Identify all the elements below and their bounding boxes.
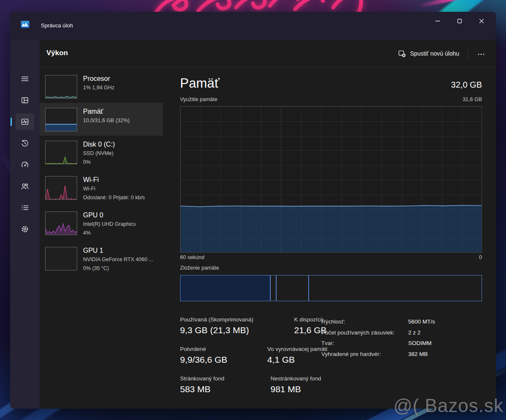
info-row: Rýchlosť: 5600 MT/s (321, 316, 482, 327)
perf-item-gpu0[interactable]: GPU 0 Intel(R) UHD Graphics 4% (40, 206, 163, 242)
info-label: Tvar: (321, 338, 408, 349)
perf-item-title: Disk 0 (C:) (83, 140, 115, 149)
info-label: Rýchlosť: (321, 316, 408, 327)
perf-item-title: Procesor (83, 74, 114, 83)
chart-label: Využitie pamäte (180, 96, 217, 102)
users-icon (21, 182, 29, 190)
content-panel: Výkon Spustiť novú úlohu (40, 40, 496, 409)
stat-value: 9,9/36,6 GB (180, 353, 257, 366)
nav-details[interactable] (16, 199, 34, 216)
info-value: 5600 MT/s (408, 316, 482, 327)
minimize-button[interactable] (427, 12, 449, 30)
menu-button[interactable] (16, 70, 34, 87)
info-value: 382 MB (408, 349, 482, 360)
memory-detail-pane: Pamäť 32,0 GB Využitie pamäte 31,6 GB 60… (180, 40, 482, 409)
wifi-mini-chart (45, 176, 77, 200)
perf-item-stat: 4% (83, 229, 136, 238)
stat-pair: Stránkovaný fond Nestránkovaný fond 583 … (180, 375, 357, 396)
nav-users[interactable] (16, 178, 34, 195)
stat-value: 981 MB (271, 383, 358, 396)
perf-item-title: Wi-Fi (83, 175, 145, 185)
close-icon (479, 19, 484, 24)
gpu1-mini-chart (45, 247, 77, 270)
info-value: SODIMM (408, 338, 482, 349)
perf-item-title: GPU 0 (83, 211, 136, 220)
perf-item-stat: Intel(R) UHD Graphics (83, 220, 136, 229)
perf-item-stat: 0% (35 °C) (83, 264, 153, 273)
chart-max-label: 31,6 GB (463, 96, 482, 102)
info-row: Vyhradené pre hardvér: 382 MB (321, 349, 482, 360)
stat-value: 9,3 GB (21,3 MB) (180, 324, 284, 337)
perf-item-stat: 0% (83, 158, 115, 167)
cpu-mini-chart (45, 75, 77, 99)
hamburger-menu-icon (21, 75, 29, 83)
detail-title: Pamäť (180, 76, 220, 91)
nav-startup-apps[interactable] (16, 156, 34, 173)
nav-performance[interactable] (16, 113, 34, 130)
perf-item-wifi[interactable]: Wi-Fi Wi-Fi Odoslané: 0 Prijaté: 0 kb/s (40, 171, 163, 206)
x-axis-left-label: 60 sekúnd (180, 254, 205, 260)
x-axis-right-label: 0 (479, 254, 482, 260)
maximize-button[interactable] (449, 12, 471, 30)
task-manager-window: Správca úloh (10, 12, 496, 409)
processes-icon (21, 96, 29, 104)
stat-label: Nestránkovaný fond (271, 375, 358, 383)
stat-label: Potvrdené (180, 345, 257, 353)
info-value: 2 z 2 (408, 327, 482, 338)
perf-item-stat: Wi-Fi (83, 185, 145, 193)
info-label: Počet používaných zásuviek: (321, 327, 408, 338)
details-list-icon (21, 203, 29, 212)
nav-app-history[interactable] (16, 135, 34, 152)
perf-item-cpu[interactable]: Procesor 1% 1,94 GHz (40, 70, 163, 103)
perf-item-title: Pamäť (83, 107, 129, 116)
disk-mini-chart (45, 141, 77, 164)
total-memory: 32,0 GB (451, 80, 482, 91)
composition-free-segment (308, 276, 482, 301)
desktop-wallpaper: Správca úloh (0, 0, 506, 420)
window-title: Správca úloh (41, 22, 73, 29)
stat-label: Stránkovaný fond (180, 375, 261, 383)
hardware-info: Rýchlosť: 5600 MT/s Počet používaných zá… (321, 316, 482, 359)
history-clock-icon (21, 139, 29, 147)
perf-item-stat: 1% 1,94 GHz (83, 83, 114, 92)
page-title: Výkon (46, 49, 68, 57)
maximize-icon (457, 19, 462, 24)
info-row: Tvar: SODIMM (321, 338, 482, 349)
nav-services[interactable] (16, 221, 34, 238)
composition-standby-segment (276, 276, 308, 301)
composition-label: Zloženie pamäte (180, 265, 219, 271)
memory-usage-series (180, 107, 482, 252)
navigation-rail (10, 40, 40, 409)
performance-pulse-icon (21, 118, 29, 126)
task-manager-app-icon (21, 21, 30, 28)
perf-item-memory[interactable]: Pamäť 10,0/31,6 GB (32%) (40, 103, 163, 136)
gpu0-mini-chart (45, 211, 77, 235)
stat-value: 583 MB (180, 383, 261, 396)
performance-metric-list: Procesor 1% 1,94 GHz Pamäť 10,0/31,6 GB … (40, 70, 163, 277)
info-label: Vyhradené pre hardvér: (321, 349, 408, 360)
speedometer-icon (21, 161, 29, 169)
memory-composition-bar (180, 275, 482, 301)
memory-mini-chart (45, 108, 77, 131)
selected-nav-accent (11, 118, 12, 126)
services-gear-icon (21, 225, 29, 233)
composition-modified-segment (270, 276, 276, 301)
nav-processes[interactable] (16, 92, 34, 109)
close-button[interactable] (471, 12, 493, 30)
stat-label: Používaná (Skomprimovaná) (180, 316, 284, 324)
perf-item-title: GPU 1 (83, 246, 153, 255)
perf-item-gpu1[interactable]: GPU 1 NVIDIA GeForce RTX 4060 ... 0% (35… (40, 242, 163, 277)
perf-item-disk[interactable]: Disk 0 (C:) SSD (NVMe) 0% (40, 136, 163, 171)
info-row: Počet používaných zásuviek: 2 z 2 (321, 327, 482, 338)
perf-item-stat: Odoslané: 0 Prijaté: 0 kb/s (83, 193, 145, 202)
minimize-icon (435, 19, 440, 24)
perf-item-stat: SSD (NVMe) (83, 149, 115, 158)
composition-used-segment (180, 276, 270, 301)
perf-item-stat: NVIDIA GeForce RTX 4060 ... (83, 255, 153, 264)
memory-usage-chart (180, 106, 482, 253)
titlebar[interactable]: Správca úloh (10, 12, 496, 40)
perf-item-stat: 10,0/31,6 GB (32%) (83, 116, 129, 125)
